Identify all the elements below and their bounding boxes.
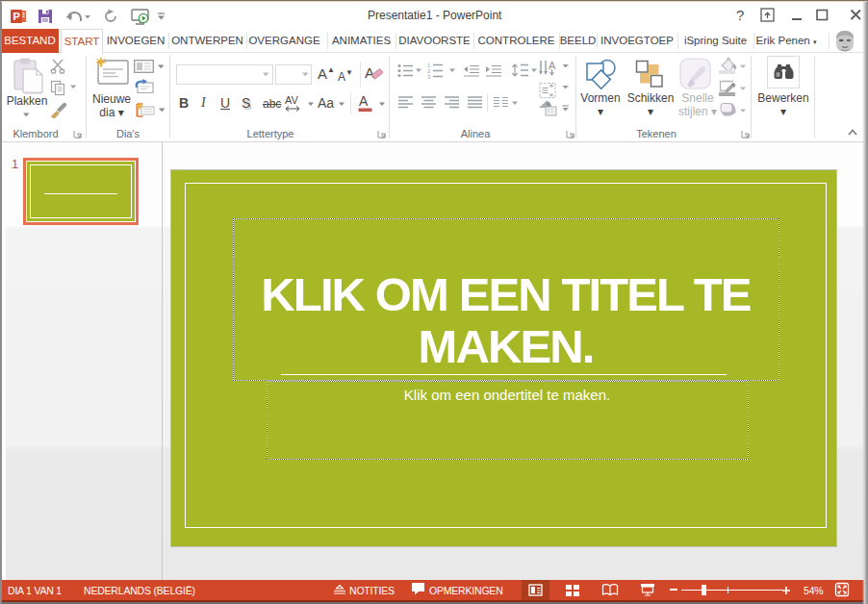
svg-text:3: 3 <box>427 74 431 79</box>
svg-text:AV: AV <box>285 94 299 106</box>
svg-text:A: A <box>365 64 374 81</box>
svg-text:A: A <box>359 93 369 109</box>
svg-text:P: P <box>13 11 20 22</box>
